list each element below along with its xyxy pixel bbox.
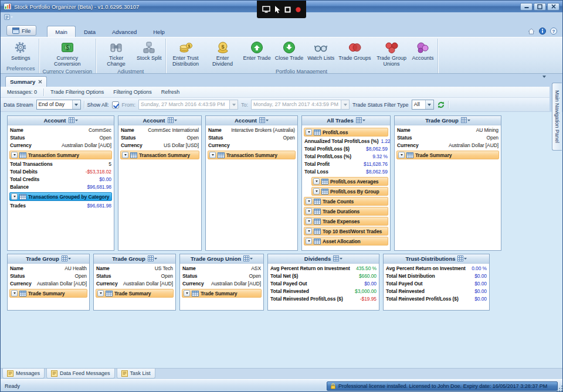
collapse-arrow-icon[interactable] [306, 238, 312, 244]
help-icon[interactable]: ? [550, 28, 557, 35]
ribbon-button-close-trade[interactable]: Close Trade [274, 39, 305, 62]
panel-header[interactable]: Trade Group [395, 116, 501, 125]
section-header-trade-durations[interactable]: Trade Durations [304, 207, 388, 216]
collapse-arrow-icon[interactable] [122, 152, 128, 158]
stat-row: Total Payed Out$0.00 [385, 280, 487, 288]
ribbon-tab-advanced[interactable]: Advanced [104, 26, 145, 38]
tab-task-list[interactable]: Task List [117, 369, 155, 379]
info-icon[interactable] [539, 28, 546, 35]
field-row: StatusOpen [182, 272, 262, 280]
section-header-transaction-summary[interactable]: Transaction Summary [208, 151, 296, 159]
ribbon-tab-data[interactable]: Data [76, 26, 104, 38]
section-header-trade-expenses[interactable]: Trade Expenses [304, 217, 388, 226]
to-date-input[interactable]: Monday, 27 March 2017 4:43:59 PM [251, 100, 350, 110]
quick-access-icon[interactable] [4, 14, 13, 21]
minimize-button[interactable] [520, 3, 533, 11]
section-header-profit-loss-averages[interactable]: Profit/Loss Averages [311, 177, 388, 186]
panel-header[interactable]: Account [118, 116, 201, 125]
main-navigation-panel-tab[interactable]: Main Navigation Panel [552, 83, 562, 151]
collapse-arrow-icon[interactable] [184, 290, 190, 296]
collapse-arrow-icon[interactable] [11, 290, 18, 296]
section-header-profit-loss-by-group[interactable]: Profit/Loss By Group [311, 187, 388, 196]
cursor-icon[interactable] [274, 6, 280, 13]
ribbon-button-settings[interactable]: Settings [10, 39, 32, 62]
chevron-down-icon [341, 100, 349, 109]
ribbon-tab-help[interactable]: Help [145, 26, 173, 38]
collapse-arrow-icon[interactable] [306, 218, 312, 224]
section-header-top-10-best-worst-trades[interactable]: Top 10 Best/Worst Trades [304, 227, 388, 236]
collapse-arrow-icon[interactable] [313, 188, 320, 195]
tab-list-dropdown-icon[interactable] [542, 78, 546, 84]
screen-capture-toolbar[interactable] [257, 1, 306, 18]
file-menu-button[interactable]: File [6, 25, 36, 36]
record-icon[interactable] [295, 6, 301, 13]
tab-data-feed-messages[interactable]: Data Feed Messages [46, 369, 115, 379]
trade-filtering-options-button[interactable]: Trade Filtering Options [48, 88, 107, 96]
ribbon-button-trade-groups[interactable]: Trade Groups [337, 39, 372, 62]
section-header-transaction-summary[interactable]: Transaction Summary [120, 151, 199, 159]
section-title: Top 10 Best/Worst Trades [323, 229, 382, 234]
trade-status-filter-select[interactable]: All [412, 100, 434, 110]
filtering-options-button[interactable]: Filtering Options [110, 88, 155, 96]
screen-icon[interactable] [262, 6, 270, 13]
tab-messages[interactable]: Messages [2, 369, 45, 379]
chevron-down-icon[interactable] [425, 100, 433, 109]
section-header-trade-summary[interactable]: Trade Summary [96, 289, 174, 298]
ribbon-button-currency-conversion[interactable]: $Currency Conversion [50, 39, 85, 67]
collapse-arrow-icon[interactable] [306, 228, 312, 234]
collapse-arrow-icon[interactable] [313, 178, 320, 185]
collapse-arrow-icon[interactable] [306, 208, 312, 214]
panel-header[interactable]: Trust-Distributions [384, 254, 489, 264]
section-header-profit-loss[interactable]: Profit/Loss [304, 128, 388, 137]
stop-icon[interactable] [284, 6, 291, 13]
ribbon-group-portfolio-management: $Enter Trust Distribution$Enter Dividend… [166, 39, 438, 73]
panel-header[interactable]: Trade Group [8, 254, 89, 264]
from-date-input[interactable]: Sunday, 27 March 2016 4:43:59 PM [138, 100, 238, 110]
section-header-trade-summary[interactable]: Trade Summary [396, 151, 499, 159]
ribbon-button-enter-trust-distribution[interactable]: $Enter Trust Distribution [168, 39, 204, 67]
collapse-arrow-icon[interactable] [306, 129, 312, 135]
section-title: Asset Allocation [323, 238, 361, 244]
ribbon-button-watch-lists[interactable]: Watch Lists [306, 39, 335, 62]
section-header-trade-summary[interactable]: Trade Summary [9, 289, 87, 298]
collapse-arrow-icon[interactable] [11, 193, 18, 200]
ribbon-tab-main[interactable]: Main [47, 26, 76, 38]
refresh-button[interactable]: Refresh [158, 88, 183, 96]
data-stream-select[interactable]: End of Day [36, 100, 81, 110]
panel-header[interactable]: Account [206, 116, 297, 125]
panel-header[interactable]: Dividends [268, 254, 379, 264]
refresh-icon[interactable] [437, 101, 445, 109]
section-header-transactions-grouped-by-category[interactable]: Transactions Grouped by Category [9, 192, 112, 201]
collapse-arrow-icon[interactable] [209, 152, 216, 158]
show-all-checkbox[interactable] [112, 101, 119, 108]
section-header-trade-counts[interactable]: Trade Counts [304, 197, 388, 206]
panel-header[interactable]: Trade Group Union [180, 254, 263, 264]
section-header-asset-allocation[interactable]: Asset Allocation [304, 237, 388, 246]
tab-summary[interactable]: Summary [5, 76, 47, 87]
ribbon-button-accounts[interactable]: Accounts [411, 39, 435, 62]
chevron-down-icon[interactable] [72, 100, 80, 109]
panel-header[interactable]: Account [8, 116, 114, 125]
ribbon-button-trade-group-unions[interactable]: Trade Group Unions [374, 39, 409, 67]
resize-grip[interactable] [555, 384, 563, 392]
panel-header[interactable]: Trade Group [94, 254, 175, 264]
tab-task-list-label: Task List [130, 370, 151, 376]
collapse-arrow-icon[interactable] [398, 152, 405, 158]
home-icon[interactable] [528, 28, 535, 35]
collapse-arrow-icon[interactable] [97, 290, 104, 296]
ribbon-button-label: Settings [11, 55, 30, 61]
messages-count-button[interactable]: Messages: 0 [4, 88, 40, 96]
ribbon-button-ticker-change[interactable]: Ticker Change [99, 39, 134, 67]
section-header-transaction-summary[interactable]: Transaction Summary [9, 151, 112, 159]
ribbon-button-enter-dividend[interactable]: $Enter Dividend [205, 39, 240, 67]
section-header-trade-summary[interactable]: Trade Summary [182, 289, 262, 298]
ribbon-button-enter-trade[interactable]: Enter Trade [242, 39, 272, 62]
panel-header[interactable]: All Trades [302, 116, 390, 125]
close-button[interactable] [547, 3, 559, 11]
maximize-button[interactable] [534, 3, 546, 11]
panel-title: Account [235, 117, 257, 124]
ribbon-button-stock-split[interactable]: Stock Split [135, 39, 163, 62]
tab-close-icon[interactable] [38, 80, 42, 84]
collapse-arrow-icon[interactable] [306, 198, 312, 204]
collapse-arrow-icon[interactable] [11, 152, 18, 158]
